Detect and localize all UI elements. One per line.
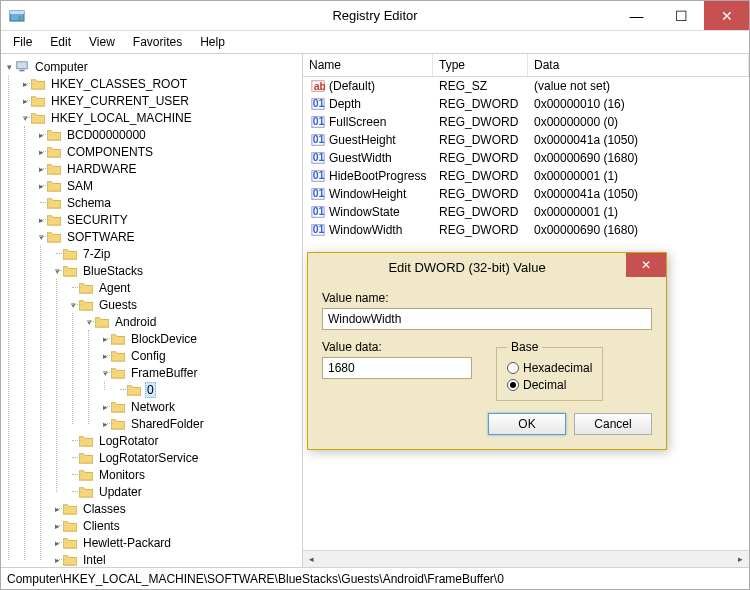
- expander-icon[interactable]: ▾: [83, 317, 95, 327]
- expander-icon[interactable]: ▾: [99, 368, 111, 378]
- horizontal-scrollbar[interactable]: ◂ ▸: [303, 550, 749, 567]
- value-data-input[interactable]: [322, 357, 472, 379]
- value-name-input[interactable]: [322, 308, 652, 330]
- value-name: WindowHeight: [329, 187, 406, 201]
- tree-monitors[interactable]: Monitors: [67, 466, 300, 483]
- string-value-icon: ab: [311, 79, 325, 93]
- expander-icon[interactable]: ▾: [67, 300, 79, 310]
- menu-file[interactable]: File: [5, 33, 40, 51]
- tree-intel[interactable]: ▸Intel: [51, 551, 300, 567]
- expander-icon[interactable]: ▾: [3, 62, 15, 72]
- menu-help[interactable]: Help: [192, 33, 233, 51]
- edit-dword-dialog: Edit DWORD (32-bit) Value ✕ Value name: …: [307, 252, 667, 450]
- expander-icon[interactable]: ▸: [35, 164, 47, 174]
- tree-schema[interactable]: Schema: [35, 194, 300, 211]
- list-row[interactable]: ab(Default)REG_SZ(value not set): [303, 77, 749, 95]
- menu-edit[interactable]: Edit: [42, 33, 79, 51]
- list-row[interactable]: 011WindowStateREG_DWORD0x00000001 (1): [303, 203, 749, 221]
- value-name: HideBootProgress: [329, 169, 426, 183]
- tree-pane[interactable]: ▾ Computer ▸HKEY_CLASSES_ROOT ▸HKEY_CURR…: [1, 54, 303, 567]
- expander-icon[interactable]: ▸: [51, 538, 63, 548]
- svg-rect-1: [10, 11, 24, 14]
- list-row[interactable]: 011GuestWidthREG_DWORD0x00000690 (1680): [303, 149, 749, 167]
- value-type: REG_DWORD: [433, 114, 528, 130]
- dialog-titlebar[interactable]: Edit DWORD (32-bit) Value ✕: [308, 253, 666, 281]
- tree-config[interactable]: ▸Config: [99, 347, 300, 364]
- folder-icon: [63, 537, 77, 549]
- value-name: (Default): [329, 79, 375, 93]
- close-button[interactable]: ✕: [704, 1, 749, 30]
- tree-blockdevice[interactable]: ▸BlockDevice: [99, 330, 300, 347]
- tree-bluestacks[interactable]: ▾BlueStacks: [51, 262, 300, 279]
- radio-decimal[interactable]: Decimal: [507, 378, 592, 392]
- maximize-button[interactable]: ☐: [659, 1, 704, 30]
- minimize-button[interactable]: —: [614, 1, 659, 30]
- tree-android[interactable]: ▾Android: [83, 313, 300, 330]
- column-data[interactable]: Data: [528, 54, 749, 76]
- tree-sam[interactable]: ▸SAM: [35, 177, 300, 194]
- expander-icon[interactable]: ▸: [51, 504, 63, 514]
- tree-bcd00000000[interactable]: ▸BCD00000000: [35, 126, 300, 143]
- expander-icon[interactable]: ▸: [35, 181, 47, 191]
- expander-icon[interactable]: ▸: [51, 521, 63, 531]
- list-row[interactable]: 011WindowWidthREG_DWORD0x00000690 (1680): [303, 221, 749, 239]
- dialog-close-button[interactable]: ✕: [626, 253, 666, 277]
- tree-components[interactable]: ▸COMPONENTS: [35, 143, 300, 160]
- tree-hardware[interactable]: ▸HARDWARE: [35, 160, 300, 177]
- titlebar: Registry Editor — ☐ ✕: [1, 1, 749, 31]
- expander-icon[interactable]: ▸: [35, 215, 47, 225]
- tree-framebuffer[interactable]: ▾FrameBuffer: [99, 364, 300, 381]
- tree-classes[interactable]: ▸Classes: [51, 500, 300, 517]
- scroll-left-icon[interactable]: ◂: [303, 551, 320, 568]
- expander-icon[interactable]: ▸: [99, 419, 111, 429]
- tree-hewlett-packard[interactable]: ▸Hewlett-Packard: [51, 534, 300, 551]
- expander-icon[interactable]: ▾: [19, 113, 31, 123]
- list-row[interactable]: 011HideBootProgressREG_DWORD0x00000001 (…: [303, 167, 749, 185]
- expander-icon[interactable]: ▸: [35, 130, 47, 140]
- tree-security[interactable]: ▸SECURITY: [35, 211, 300, 228]
- column-name[interactable]: Name: [303, 54, 433, 76]
- tree-clients[interactable]: ▸Clients: [51, 517, 300, 534]
- dialog-title: Edit DWORD (32-bit) Value: [308, 260, 626, 275]
- tree-hkcr[interactable]: ▸HKEY_CLASSES_ROOT: [19, 75, 300, 92]
- cancel-button[interactable]: Cancel: [574, 413, 652, 435]
- expander-icon[interactable]: ▸: [99, 402, 111, 412]
- list-row[interactable]: 011DepthREG_DWORD0x00000010 (16): [303, 95, 749, 113]
- value-name: GuestHeight: [329, 133, 396, 147]
- expander-icon[interactable]: ▾: [51, 266, 63, 276]
- expander-icon[interactable]: ▸: [99, 334, 111, 344]
- expander-icon[interactable]: ▾: [35, 232, 47, 242]
- list-row[interactable]: 011GuestHeightREG_DWORD0x0000041a (1050): [303, 131, 749, 149]
- tree-logrotator[interactable]: LogRotator: [67, 432, 300, 449]
- tree-hkcu[interactable]: ▸HKEY_CURRENT_USER: [19, 92, 300, 109]
- tree-root[interactable]: ▾ Computer: [3, 58, 300, 75]
- radio-hexadecimal[interactable]: Hexadecimal: [507, 361, 592, 375]
- list-row[interactable]: 011FullScreenREG_DWORD0x00000000 (0): [303, 113, 749, 131]
- menu-view[interactable]: View: [81, 33, 123, 51]
- tree-network[interactable]: ▸Network: [99, 398, 300, 415]
- tree-sharedfolder[interactable]: ▸SharedFolder: [99, 415, 300, 432]
- scroll-right-icon[interactable]: ▸: [732, 551, 749, 568]
- ok-button[interactable]: OK: [488, 413, 566, 435]
- expander-icon[interactable]: ▸: [19, 79, 31, 89]
- column-type[interactable]: Type: [433, 54, 528, 76]
- base-fieldset: Base Hexadecimal Decimal: [496, 340, 603, 401]
- menu-favorites[interactable]: Favorites: [125, 33, 190, 51]
- svg-point-2: [18, 16, 22, 20]
- tree-agent[interactable]: Agent: [67, 279, 300, 296]
- tree-guests[interactable]: ▾Guests: [67, 296, 300, 313]
- tree-logrotatorservice[interactable]: LogRotatorService: [67, 449, 300, 466]
- tree-hklm[interactable]: ▾HKEY_LOCAL_MACHINE: [19, 109, 300, 126]
- svg-text:011: 011: [313, 151, 325, 163]
- tree-7-zip[interactable]: 7-Zip: [51, 245, 300, 262]
- expander-icon[interactable]: ▸: [19, 96, 31, 106]
- tree-updater[interactable]: Updater: [67, 483, 300, 500]
- dword-value-icon: 011: [311, 187, 325, 201]
- tree-framebuffer-0[interactable]: 0: [115, 381, 300, 398]
- list-row[interactable]: 011WindowHeightREG_DWORD0x0000041a (1050…: [303, 185, 749, 203]
- expander-icon[interactable]: ▸: [99, 351, 111, 361]
- tree-software[interactable]: ▾SOFTWARE: [35, 228, 300, 245]
- expander-icon[interactable]: ▸: [51, 555, 63, 565]
- expander-icon[interactable]: ▸: [35, 147, 47, 157]
- radio-icon: [507, 362, 519, 374]
